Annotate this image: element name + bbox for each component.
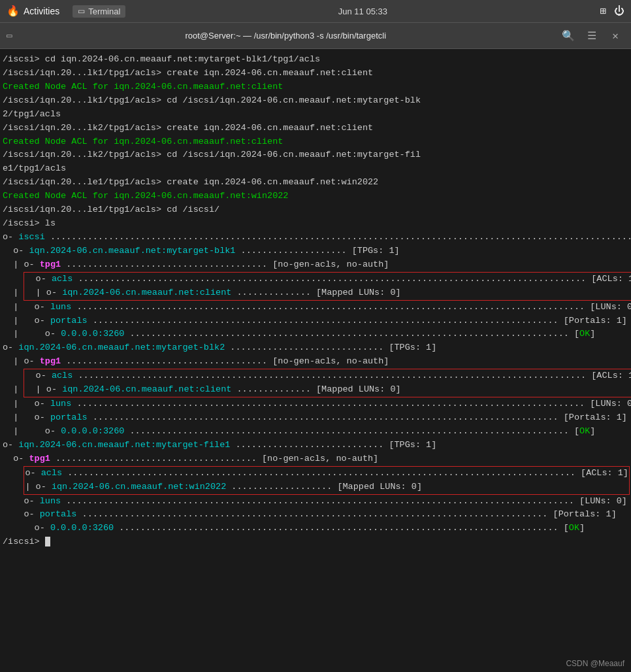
activities-label[interactable]: Activities [24, 6, 59, 16]
menu-button[interactable]: ☰ [583, 27, 601, 45]
ls-file1-portal-ip: o- 0.0.0.0:3260 ........................… [3, 522, 627, 535]
line-12: /iscsi/iqn.20...le1/tpg1/acls> cd /iscsi… [3, 203, 627, 217]
terminal-taskbar-label: Terminal [88, 7, 120, 16]
sys-right: ⊞ ⏻ [600, 5, 624, 18]
ls-file1-acls-box: o- acls ................................… [3, 466, 627, 495]
ls-blk2-acls-box: | o- acls ..............................… [3, 369, 627, 397]
watermark: CSDN @Meaauf [566, 659, 624, 668]
ls-blk2-luns: | o- luns ..............................… [3, 397, 627, 411]
ls-file1-tpg1: o- tpg1 ................................… [3, 452, 627, 466]
line-5: 2/tpg1/acls [3, 108, 627, 122]
line-1: /iscsi> cd iqn.2024-06.cn.meaauf.net:myt… [3, 53, 627, 67]
title-left: ▭ [7, 30, 12, 41]
ls-blk1-acls-box: | o- acls ..............................… [3, 272, 627, 301]
ls-blk1-portals: | o- portals ...........................… [3, 314, 627, 328]
ls-file1-portals: o- portals .............................… [3, 508, 627, 522]
ls-blk2-tpg1: | o- tpg1 ..............................… [3, 355, 627, 369]
line-3-created: Created Node ACL for iqn.2024-06.cn.meaa… [3, 80, 627, 94]
ls-blk2-portal-ip: | o- 0.0.0.0:3260 ......................… [3, 425, 627, 439]
final-prompt: /iscsi> [3, 535, 627, 549]
line-10: /iscsi/iqn.20...le1/tpg1/acls> create iq… [3, 176, 627, 190]
window-title: root@Server:~ — /usr/bin/python3 -s /usr… [12, 31, 559, 41]
line-6: /iscsi/iqn.20...lk2/tpg1/acls> create iq… [3, 122, 627, 135]
ls-blk1-luns: | o- luns ..............................… [3, 301, 627, 314]
ls-blk2-portals: | o- portals ...........................… [3, 411, 627, 425]
ls-blk2-target: o- iqn.2024-06.cn.meaauf.net:mytarget-bl… [3, 341, 627, 355]
sys-left: 🔥 Activities ▭ Terminal [7, 5, 125, 18]
ls-blk1-target: o- iqn.2024-06.cn.meaauf.net:mytarget-bl… [3, 244, 627, 258]
network-icon[interactable]: ⊞ [600, 5, 606, 18]
ls-blk1-portal-ip: | o- 0.0.0.0:3260 ......................… [3, 328, 627, 341]
line-9: e1/tpg1/acls [3, 162, 627, 176]
title-bar: ▭ root@Server:~ — /usr/bin/python3 -s /u… [0, 23, 631, 49]
title-buttons: 🔍 ☰ ✕ [559, 27, 624, 45]
terminal-taskbar-icon: ▭ [78, 7, 85, 16]
terminal-window: ▭ root@Server:~ — /usr/bin/python3 -s /u… [0, 23, 631, 672]
line-13: /iscsi> ls [3, 217, 627, 231]
line-11-created: Created Node ACL for iqn.2024-06.cn.meaa… [3, 190, 627, 203]
power-icon[interactable]: ⏻ [614, 5, 624, 18]
line-2: /iscsi/iqn.20...lk1/tpg1/acls> create iq… [3, 67, 627, 80]
ls-file1-target: o- iqn.2024-06.cn.meaauf.net:mytarget-fi… [3, 439, 627, 452]
terminal-taskbar-item[interactable]: ▭ Terminal [73, 5, 125, 18]
line-7-created: Created Node ACL for iqn.2024-06.cn.meaa… [3, 135, 627, 149]
ls-iscsi-line: o- iscsi ...............................… [3, 231, 627, 244]
system-datetime: Jun 11 05:33 [338, 7, 387, 16]
terminal-content[interactable]: /iscsi> cd iqn.2024-06.cn.meaauf.net:myt… [0, 49, 631, 672]
ls-file1-luns: o- luns ................................… [3, 495, 627, 509]
ls-blk1-tpg1: | o- tpg1 ..............................… [3, 258, 627, 272]
activities-icon: 🔥 [7, 5, 20, 18]
system-bar: 🔥 Activities ▭ Terminal Jun 11 05:33 ⊞ ⏻ [0, 0, 631, 23]
window-icon: ▭ [7, 30, 12, 41]
close-button[interactable]: ✕ [606, 27, 624, 45]
cursor [45, 537, 50, 546]
search-button[interactable]: 🔍 [559, 27, 577, 45]
line-8: /iscsi/iqn.20...lk2/tpg1/acls> cd /iscsi… [3, 148, 627, 162]
line-4: /iscsi/iqn.20...lk1/tpg1/acls> cd /iscsi… [3, 94, 627, 108]
